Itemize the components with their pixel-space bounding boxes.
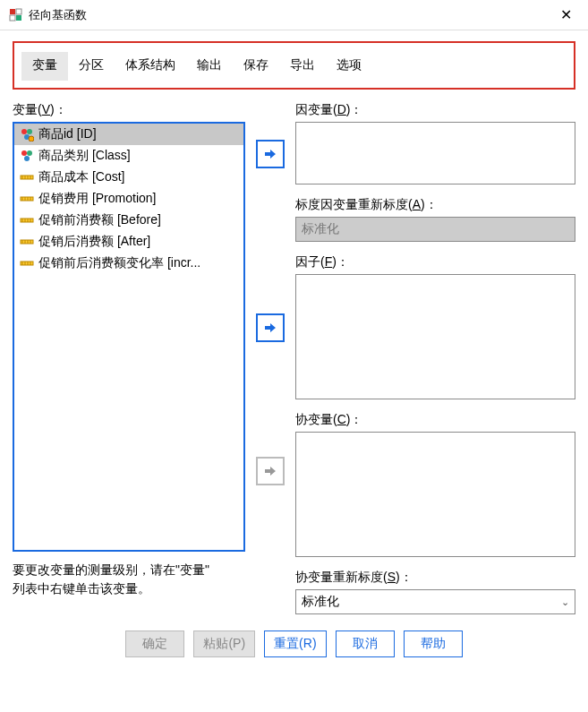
covariate-list[interactable] bbox=[295, 432, 575, 557]
factor-label: 因子(F)： bbox=[295, 254, 575, 270]
variables-label-key: V bbox=[42, 102, 50, 116]
list-item-label: 促销前后消费额变化率 [incr... bbox=[38, 255, 200, 271]
help-button[interactable]: 帮助 bbox=[404, 631, 463, 657]
tab-partition[interactable]: 分区 bbox=[68, 52, 115, 81]
hint-line1: 要更改变量的测量级别，请在"变量" bbox=[13, 561, 245, 579]
tabs-highlight: 变量 分区 体系结构 输出 保存 导出 选项 bbox=[13, 41, 575, 90]
covariate-label: 协变量(C)： bbox=[295, 412, 575, 428]
dependent-list[interactable] bbox=[295, 122, 575, 184]
dependent-label: 因变量(D)： bbox=[295, 102, 575, 118]
move-to-factor-button[interactable] bbox=[256, 313, 285, 342]
move-to-covariate-button[interactable] bbox=[256, 457, 285, 485]
svg-rect-3 bbox=[16, 15, 21, 21]
svg-point-4 bbox=[21, 129, 27, 134]
middle-column bbox=[254, 102, 286, 614]
list-item-label: 促销后消费额 [After] bbox=[38, 234, 150, 250]
chevron-down-icon: ⌄ bbox=[561, 596, 569, 608]
list-item[interactable]: 促销费用 [Promotion] bbox=[14, 188, 243, 210]
hint-line2: 列表中右键单击该变量。 bbox=[13, 579, 245, 598]
left-column: 变量(V)： 商品id [ID] 商品类别 [Class] 商品成本 [Cost… bbox=[13, 102, 245, 614]
list-item[interactable]: 商品id [ID] bbox=[14, 124, 243, 145]
tab-export[interactable]: 导出 bbox=[279, 52, 326, 81]
variables-label: 变量(V)： bbox=[13, 102, 245, 118]
svg-point-10 bbox=[24, 156, 30, 161]
svg-point-8 bbox=[21, 150, 27, 156]
list-item[interactable]: 促销前消费额 [Before] bbox=[14, 210, 243, 231]
rescale-cov-value: 标准化 bbox=[302, 594, 339, 610]
rescale-dep-label: 标度因变量重新标度(A)： bbox=[295, 197, 575, 213]
rescale-dep-select: 标准化 bbox=[295, 217, 575, 242]
app-icon bbox=[9, 8, 23, 22]
svg-rect-1 bbox=[16, 9, 21, 14]
svg-point-7 bbox=[29, 136, 34, 142]
content: 变量(V)： 商品id [ID] 商品类别 [Class] 商品成本 [Cost… bbox=[0, 90, 588, 614]
svg-rect-0 bbox=[10, 9, 15, 14]
close-button[interactable]: ✕ bbox=[552, 6, 579, 23]
window-title: 径向基函数 bbox=[29, 7, 552, 23]
cancel-button[interactable]: 取消 bbox=[336, 631, 395, 657]
ok-button[interactable]: 确定 bbox=[125, 631, 184, 657]
tab-architecture[interactable]: 体系结构 bbox=[115, 52, 186, 81]
list-item-label: 商品类别 [Class] bbox=[38, 148, 131, 164]
rescale-cov-label: 协变量重新标度(S)： bbox=[295, 570, 575, 586]
list-item-label: 商品成本 [Cost] bbox=[38, 169, 124, 185]
rescale-cov-select[interactable]: 标准化 ⌄ bbox=[295, 589, 575, 614]
svg-point-9 bbox=[27, 150, 32, 156]
list-item[interactable]: 商品成本 [Cost] bbox=[14, 167, 243, 188]
hint-text: 要更改变量的测量级别，请在"变量" 列表中右键单击该变量。 bbox=[13, 561, 245, 598]
scale-icon bbox=[20, 235, 34, 249]
svg-point-5 bbox=[27, 129, 32, 134]
nominal-warn-icon bbox=[20, 127, 34, 142]
list-item[interactable]: 促销后消费额 [After] bbox=[14, 231, 243, 253]
variables-list[interactable]: 商品id [ID] 商品类别 [Class] 商品成本 [Cost] 促销费用 … bbox=[13, 122, 245, 552]
list-item[interactable]: 促销前后消费额变化率 [incr... bbox=[14, 253, 243, 274]
list-item[interactable]: 商品类别 [Class] bbox=[14, 145, 243, 167]
tab-output[interactable]: 输出 bbox=[186, 52, 233, 81]
factor-list[interactable] bbox=[295, 274, 575, 399]
tab-options[interactable]: 选项 bbox=[326, 52, 372, 81]
button-row: 确定 粘贴(P) 重置(R) 取消 帮助 bbox=[0, 614, 588, 672]
scale-icon bbox=[20, 213, 34, 227]
variables-label-text: 变量( bbox=[13, 102, 42, 116]
nominal-icon bbox=[20, 149, 34, 163]
scale-icon bbox=[20, 192, 34, 206]
list-item-label: 促销前消费额 [Before] bbox=[38, 212, 161, 228]
scale-icon bbox=[20, 170, 34, 184]
tabs: 变量 分区 体系结构 输出 保存 导出 选项 bbox=[21, 52, 567, 81]
svg-rect-2 bbox=[10, 15, 15, 21]
paste-button[interactable]: 粘贴(P) bbox=[193, 631, 255, 657]
variables-label-end: )： bbox=[50, 102, 67, 116]
right-column: 因变量(D)： 标度因变量重新标度(A)： 标准化 因子(F)： 协变量(C)：… bbox=[295, 102, 575, 614]
list-item-label: 商品id [ID] bbox=[38, 126, 97, 142]
tab-variables[interactable]: 变量 bbox=[21, 52, 68, 81]
reset-button[interactable]: 重置(R) bbox=[264, 631, 326, 657]
tab-save[interactable]: 保存 bbox=[233, 52, 279, 81]
titlebar: 径向基函数 ✕ bbox=[0, 0, 588, 30]
move-to-dependent-button[interactable] bbox=[256, 140, 285, 168]
list-item-label: 促销费用 [Promotion] bbox=[38, 191, 156, 207]
scale-icon bbox=[20, 256, 34, 270]
